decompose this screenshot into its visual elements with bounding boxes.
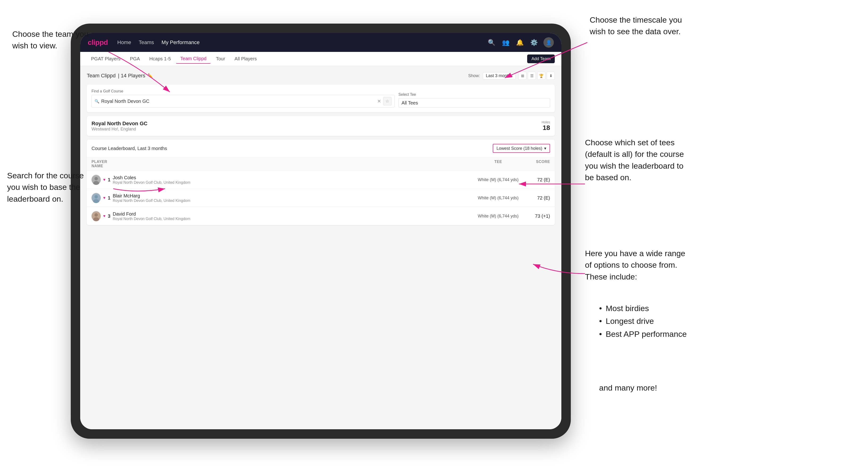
download-icon[interactable]: ⬇ bbox=[547, 72, 555, 80]
tee-select[interactable]: All Tees bbox=[398, 98, 550, 107]
holes-badge: Holes 18 bbox=[541, 120, 550, 132]
annotation-and-more: and many more! bbox=[599, 382, 657, 394]
score-2: 72 (E) bbox=[522, 195, 550, 201]
player-club-2: Royal North Devon Golf Club, United King… bbox=[113, 198, 474, 203]
tee-info-3: White (M) (6,744 yds) bbox=[474, 214, 522, 219]
select-tee-group: Select Tee All Tees bbox=[398, 92, 550, 107]
player-avatar-1 bbox=[92, 175, 101, 185]
add-team-button[interactable]: Add Team bbox=[527, 55, 555, 63]
annotation-top-left: Choose the team youwish to view. bbox=[12, 28, 88, 52]
find-course-group: Find a Golf Course 🔍 ✕ ☆ bbox=[92, 89, 395, 107]
col-player-header: PLAYER NAME bbox=[92, 160, 111, 168]
subnav-team-clippd[interactable]: Team Clippd bbox=[176, 54, 211, 64]
bullet-birdies: Most birdies bbox=[599, 302, 687, 315]
holes-label: Holes bbox=[541, 120, 550, 124]
annotation-right-options: Here you have a wide rangeof options to … bbox=[585, 248, 685, 283]
player-name-3: David Ford bbox=[113, 211, 474, 217]
edit-icon[interactable]: ✏️ bbox=[148, 73, 153, 78]
player-count: | 14 Players bbox=[118, 73, 145, 79]
navbar: clippd Home Teams My Performance 🔍 👥 🔔 ⚙… bbox=[80, 33, 561, 52]
sort-select[interactable]: Lowest Score (18 holes) ▾ bbox=[493, 144, 550, 153]
settings-icon[interactable]: ⚙️ bbox=[529, 38, 539, 47]
player-name-2: Blair McHarg bbox=[113, 193, 474, 198]
course-result: Royal North Devon GC Westward Ho!, Engla… bbox=[87, 116, 555, 136]
course-name: Royal North Devon GC bbox=[92, 121, 148, 127]
score-3: 73 (+1) bbox=[522, 214, 550, 219]
trophy-icon[interactable]: 🏆 bbox=[537, 72, 545, 80]
player-club-1: Royal North Devon Golf Club, United King… bbox=[113, 181, 474, 185]
leaderboard-section: Course Leaderboard, Last 3 months Lowest… bbox=[87, 139, 555, 225]
subnav-tour[interactable]: Tour bbox=[212, 54, 229, 63]
find-course-label: Find a Golf Course bbox=[92, 89, 395, 93]
table-row: ♥ 3 David Ford Royal North Devon Golf Cl… bbox=[87, 207, 555, 225]
user-avatar[interactable]: 👤 bbox=[544, 37, 554, 48]
navbar-icons: 🔍 👥 🔔 ⚙️ 👤 bbox=[487, 37, 554, 48]
show-controls: Show: Last 3 months ⊞ ☰ 🏆 ⬇ bbox=[468, 72, 555, 80]
subnav-hcaps[interactable]: Hcaps 1-5 bbox=[145, 54, 175, 63]
player-rank-3: ♥ 3 bbox=[92, 211, 111, 221]
player-avatar-2 bbox=[92, 193, 101, 203]
bell-icon[interactable]: 🔔 bbox=[515, 38, 525, 47]
search-row: Find a Golf Course 🔍 ✕ ☆ Select Tee All … bbox=[92, 89, 550, 107]
subnav: PGAT Players PGA Hcaps 1-5 Team Clippd T… bbox=[80, 52, 561, 66]
view-icons: ⊞ ☰ 🏆 ⬇ bbox=[519, 72, 555, 80]
player-avatar-3 bbox=[92, 211, 101, 221]
player-rank-2: ♥ 1 bbox=[92, 193, 111, 203]
subnav-pgat[interactable]: PGAT Players bbox=[87, 54, 125, 63]
clear-search-button[interactable]: ✕ bbox=[377, 98, 381, 104]
heart-icon-3: ♥ bbox=[103, 214, 105, 218]
col-player-name-spacer bbox=[111, 160, 474, 168]
show-label: Show: bbox=[468, 73, 480, 78]
player-info-2: Blair McHarg Royal North Devon Golf Club… bbox=[111, 193, 474, 203]
annotation-right-tees: Choose which set of tees(default is all)… bbox=[585, 137, 684, 183]
subnav-all-players[interactable]: All Players bbox=[230, 54, 261, 63]
search-section: Find a Golf Course 🔍 ✕ ☆ Select Tee All … bbox=[87, 85, 555, 112]
rank-2: 1 bbox=[108, 195, 111, 201]
sort-chevron-icon: ▾ bbox=[544, 146, 546, 151]
main-content: Team Clippd | 14 Players ✏️ Show: Last 3… bbox=[80, 66, 561, 429]
svg-point-1 bbox=[95, 177, 98, 180]
course-location: Westward Ho!, England bbox=[92, 127, 148, 132]
score-1: 72 (E) bbox=[522, 177, 550, 183]
bullet-app: Best APP performance bbox=[599, 328, 687, 340]
leaderboard-header: Course Leaderboard, Last 3 months Lowest… bbox=[87, 139, 555, 157]
table-header: PLAYER NAME TEE SCORE bbox=[87, 157, 555, 171]
col-score-header: SCORE bbox=[522, 160, 550, 168]
brand-logo: clippd bbox=[88, 38, 108, 46]
bullet-list: Most birdies Longest drive Best APP perf… bbox=[599, 302, 687, 340]
search-input-icon: 🔍 bbox=[95, 99, 99, 103]
nav-my-performance[interactable]: My Performance bbox=[161, 39, 199, 45]
nav-teams[interactable]: Teams bbox=[139, 39, 154, 45]
time-period-select[interactable]: Last 3 months bbox=[483, 72, 516, 80]
navbar-links: Home Teams My Performance bbox=[117, 39, 477, 45]
grid-view-icon[interactable]: ⊞ bbox=[519, 72, 526, 80]
svg-point-4 bbox=[95, 195, 98, 198]
select-tee-label: Select Tee bbox=[398, 92, 550, 97]
col-tee-header: TEE bbox=[474, 160, 522, 168]
search-icon[interactable]: 🔍 bbox=[487, 38, 496, 47]
subnav-pga[interactable]: PGA bbox=[126, 54, 144, 63]
leaderboard-title: Course Leaderboard, Last 3 months bbox=[92, 146, 167, 151]
player-club-3: Royal North Devon Golf Club, United King… bbox=[113, 217, 474, 221]
rank-1: 1 bbox=[108, 177, 111, 183]
people-icon[interactable]: 👥 bbox=[501, 38, 510, 47]
sort-label: Lowest Score (18 holes) bbox=[497, 146, 542, 151]
team-header: Team Clippd | 14 Players ✏️ Show: Last 3… bbox=[87, 72, 555, 80]
player-name-1: Josh Coles bbox=[113, 175, 474, 181]
holes-count: 18 bbox=[543, 124, 550, 131]
nav-home[interactable]: Home bbox=[117, 39, 131, 45]
heart-icon-2: ♥ bbox=[103, 196, 105, 200]
list-view-icon[interactable]: ☰ bbox=[528, 72, 536, 80]
svg-point-7 bbox=[95, 213, 98, 217]
rank-3: 3 bbox=[108, 214, 111, 219]
favorite-button[interactable]: ☆ bbox=[383, 97, 392, 105]
team-title: Team Clippd | 14 Players ✏️ bbox=[87, 73, 153, 79]
table-row: ♥ 1 Josh Coles Royal North Devon Golf Cl… bbox=[87, 171, 555, 189]
tee-info-1: White (M) (6,744 yds) bbox=[474, 177, 522, 182]
search-input[interactable] bbox=[101, 99, 375, 104]
team-name: Team Clippd bbox=[87, 73, 116, 79]
player-info-1: Josh Coles Royal North Devon Golf Club, … bbox=[111, 175, 474, 185]
tablet-frame: clippd Home Teams My Performance 🔍 👥 🔔 ⚙… bbox=[71, 24, 571, 439]
table-row: ♥ 1 Blair McHarg Royal North Devon Golf … bbox=[87, 189, 555, 207]
heart-icon-1: ♥ bbox=[103, 178, 105, 182]
